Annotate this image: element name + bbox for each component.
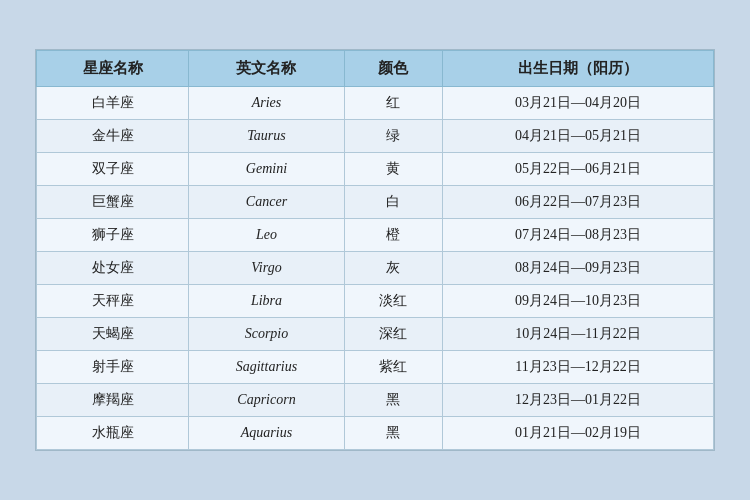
cell-chinese-name: 金牛座 [37, 120, 189, 153]
cell-dates: 04月21日—05月21日 [443, 120, 714, 153]
cell-english-name: Taurus [189, 120, 344, 153]
cell-color: 白 [344, 186, 443, 219]
cell-color: 黑 [344, 417, 443, 450]
cell-dates: 05月22日—06月21日 [443, 153, 714, 186]
cell-english-name: Cancer [189, 186, 344, 219]
cell-english-name: Virgo [189, 252, 344, 285]
cell-english-name: Aquarius [189, 417, 344, 450]
cell-chinese-name: 巨蟹座 [37, 186, 189, 219]
cell-dates: 12月23日—01月22日 [443, 384, 714, 417]
cell-english-name: Sagittarius [189, 351, 344, 384]
header-english-name: 英文名称 [189, 51, 344, 87]
cell-color: 黑 [344, 384, 443, 417]
cell-chinese-name: 狮子座 [37, 219, 189, 252]
cell-english-name: Scorpio [189, 318, 344, 351]
cell-chinese-name: 水瓶座 [37, 417, 189, 450]
table-row: 射手座Sagittarius紫红11月23日—12月22日 [37, 351, 714, 384]
cell-english-name: Libra [189, 285, 344, 318]
cell-color: 黄 [344, 153, 443, 186]
cell-chinese-name: 双子座 [37, 153, 189, 186]
table-body: 白羊座Aries红03月21日—04月20日金牛座Taurus绿04月21日—0… [37, 87, 714, 450]
table-row: 金牛座Taurus绿04月21日—05月21日 [37, 120, 714, 153]
cell-chinese-name: 射手座 [37, 351, 189, 384]
cell-chinese-name: 摩羯座 [37, 384, 189, 417]
cell-english-name: Capricorn [189, 384, 344, 417]
header-chinese-name: 星座名称 [37, 51, 189, 87]
cell-color: 深红 [344, 318, 443, 351]
cell-dates: 03月21日—04月20日 [443, 87, 714, 120]
cell-color: 灰 [344, 252, 443, 285]
cell-dates: 06月22日—07月23日 [443, 186, 714, 219]
cell-chinese-name: 处女座 [37, 252, 189, 285]
table-row: 狮子座Leo橙07月24日—08月23日 [37, 219, 714, 252]
table-row: 巨蟹座Cancer白06月22日—07月23日 [37, 186, 714, 219]
cell-dates: 08月24日—09月23日 [443, 252, 714, 285]
cell-english-name: Leo [189, 219, 344, 252]
cell-dates: 11月23日—12月22日 [443, 351, 714, 384]
table-row: 双子座Gemini黄05月22日—06月21日 [37, 153, 714, 186]
table-row: 处女座Virgo灰08月24日—09月23日 [37, 252, 714, 285]
cell-color: 橙 [344, 219, 443, 252]
table-row: 摩羯座Capricorn黑12月23日—01月22日 [37, 384, 714, 417]
cell-dates: 01月21日—02月19日 [443, 417, 714, 450]
header-color: 颜色 [344, 51, 443, 87]
zodiac-table: 星座名称 英文名称 颜色 出生日期（阳历） 白羊座Aries红03月21日—04… [36, 50, 714, 450]
cell-chinese-name: 天蝎座 [37, 318, 189, 351]
table-header-row: 星座名称 英文名称 颜色 出生日期（阳历） [37, 51, 714, 87]
table-row: 天秤座Libra淡红09月24日—10月23日 [37, 285, 714, 318]
table-row: 水瓶座Aquarius黑01月21日—02月19日 [37, 417, 714, 450]
table-row: 白羊座Aries红03月21日—04月20日 [37, 87, 714, 120]
cell-color: 绿 [344, 120, 443, 153]
cell-chinese-name: 白羊座 [37, 87, 189, 120]
cell-dates: 07月24日—08月23日 [443, 219, 714, 252]
cell-english-name: Gemini [189, 153, 344, 186]
cell-dates: 10月24日—11月22日 [443, 318, 714, 351]
cell-color: 红 [344, 87, 443, 120]
cell-chinese-name: 天秤座 [37, 285, 189, 318]
zodiac-table-container: 星座名称 英文名称 颜色 出生日期（阳历） 白羊座Aries红03月21日—04… [35, 49, 715, 451]
header-dates: 出生日期（阳历） [443, 51, 714, 87]
cell-dates: 09月24日—10月23日 [443, 285, 714, 318]
table-row: 天蝎座Scorpio深红10月24日—11月22日 [37, 318, 714, 351]
cell-color: 紫红 [344, 351, 443, 384]
cell-english-name: Aries [189, 87, 344, 120]
cell-color: 淡红 [344, 285, 443, 318]
